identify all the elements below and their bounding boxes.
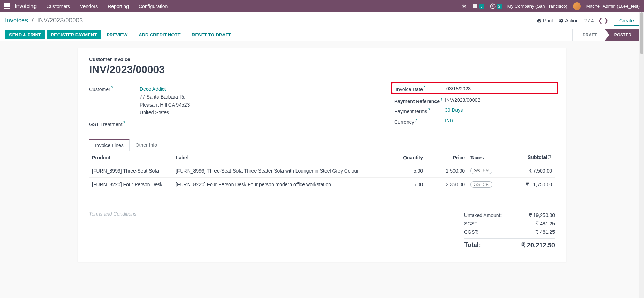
status-draft[interactable]: DRAFT [572,29,605,41]
activities-icon[interactable]: 2 [490,3,502,9]
cgst-value: ₹ 481.25 [535,229,555,235]
print-icon [537,18,542,23]
breadcrumb-root[interactable]: Invoices [5,17,28,24]
preview-button[interactable]: PREVIEW [102,30,132,39]
fields-left: Customer? Deco Addict 77 Santa Barbara R… [89,85,394,130]
scrollbar-track[interactable] [639,12,644,269]
table-row[interactable]: [FURN_8220] Four Person Desk[FURN_8220] … [89,178,555,191]
doc-title: INV/2023/00003 [89,64,555,75]
svg-point-1 [549,155,549,156]
print-button[interactable]: Print [537,18,553,23]
fields-right: Invoice Date? 03/18/2023 Payment Referen… [394,85,555,130]
messages-icon[interactable]: 5 [472,3,484,9]
terms-input[interactable]: Terms and Conditions [89,211,464,250]
send-print-button[interactable]: SEND & PRINT [5,30,45,39]
payment-terms-value[interactable]: 30 Days [445,107,463,113]
cell-price[interactable]: 2,350.00 [426,178,468,191]
control-bar: Invoices / INV/2023/00003 Print Action 2… [0,12,644,29]
create-button[interactable]: Create [614,16,639,26]
reset-draft-button[interactable]: RESET TO DRAFT [188,30,235,39]
pager-text[interactable]: 2 / 4 [584,18,594,23]
menu-vendors[interactable]: Vendors [80,3,98,9]
user-menu[interactable]: Mitchell Admin (16ee_test) [586,3,640,9]
footer: Terms and Conditions Untaxed Amount:₹ 19… [89,211,555,250]
columns-options-icon[interactable] [547,154,552,160]
customer-label: Customer? [89,85,140,92]
invoice-date-label: Invoice Date? [396,85,446,92]
col-price: Price [426,151,468,164]
cell-qty[interactable]: 5.00 [387,164,426,178]
payref-label: Payment Reference? [394,97,445,104]
cell-subtotal: ₹ 11,750.00 [499,178,555,191]
cell-tax[interactable]: GST 5% [468,164,499,178]
fields-grid: Customer? Deco Addict 77 Santa Barbara R… [89,85,555,130]
table-row[interactable]: [FURN_8999] Three-Seat Sofa[FURN_8999] T… [89,164,555,178]
menu-customers[interactable]: Customers [46,3,70,9]
untaxed-value: ₹ 19,250.00 [529,212,555,218]
payment-terms-label: Payment terms? [394,107,445,114]
invoice-date-highlight: Invoice Date? 03/18/2023 [391,82,558,94]
action-button[interactable]: Action [559,18,579,23]
breadcrumb-sep: / [32,17,34,24]
scrollbar-thumb[interactable] [640,12,643,54]
sgst-label: SGST: [464,221,478,226]
status-bar: DRAFT POSTED [572,29,639,41]
apps-icon[interactable] [4,3,10,9]
breadcrumb: Invoices / INV/2023/00003 [5,17,83,24]
totals: Untaxed Amount:₹ 19,250.00 SGST:₹ 481.25… [464,211,555,250]
cell-subtotal: ₹ 7,500.00 [499,164,555,178]
cell-product[interactable]: [FURN_8999] Three-Seat Sofa [89,164,173,178]
col-quantity: Quantity [387,151,426,164]
form-sheet: Customer Invoice INV/2023/00003 Customer… [78,48,566,262]
currency-label: Currency? [394,118,445,125]
register-payment-button[interactable]: REGISTER PAYMENT [47,30,101,39]
app-name[interactable]: Invoicing [15,3,37,9]
pager-prev-icon[interactable]: ❮ [598,17,602,24]
total-value: ₹ 20,212.50 [521,241,555,249]
pager-next-icon[interactable]: ❯ [604,17,608,24]
top-nav: Invoicing Customers Vendors Reporting Co… [0,0,644,12]
gear-icon [559,18,564,23]
sgst-value: ₹ 481.25 [535,221,555,226]
action-bar: SEND & PRINT REGISTER PAYMENT PREVIEW AD… [0,29,644,41]
currency-value[interactable]: INR [445,118,453,123]
add-credit-note-button[interactable]: ADD CREDIT NOTE [134,30,185,39]
invoice-date-value[interactable]: 03/18/2023 [446,86,471,92]
main-menu: Customers Vendors Reporting Configuratio… [46,3,168,9]
tab-invoice-lines[interactable]: Invoice Lines [89,139,130,151]
cgst-label: CGST: [464,229,478,235]
cell-tax[interactable]: GST 5% [468,178,499,191]
payref-value[interactable]: INV/2023/00003 [445,97,480,103]
col-product: Product [89,151,173,164]
status-posted[interactable]: POSTED [605,29,639,41]
customer-value[interactable]: Deco Addict 77 Santa Barbara Rd Pleasant… [140,85,190,117]
avatar[interactable] [573,2,581,10]
customer-link[interactable]: Deco Addict [140,86,166,92]
company-selector[interactable]: My Company (San Francisco) [507,3,568,9]
svg-point-2 [550,157,551,157]
breadcrumb-current: INV/2023/00003 [37,17,83,24]
messages-badge: 5 [479,4,484,9]
col-label: Label [173,151,387,164]
tabs: Invoice Lines Other Info [89,139,555,151]
tab-other-info[interactable]: Other Info [130,139,163,151]
menu-reporting[interactable]: Reporting [108,3,129,9]
gst-label: GST Treatment? [89,120,140,127]
bug-icon[interactable]: ✱ [462,3,466,9]
cell-label[interactable]: [FURN_8999] Three-Seat Sofa Three Seater… [173,164,387,178]
activities-badge: 2 [497,4,502,9]
controlbar-right: Print Action 2 / 4 ❮ ❯ Create [537,16,639,26]
cell-product[interactable]: [FURN_8220] Four Person Desk [89,178,173,191]
total-label: Total: [464,241,481,249]
col-subtotal: Subtotal [499,151,555,164]
svg-point-3 [549,158,549,159]
menu-configuration[interactable]: Configuration [139,3,168,9]
cell-price[interactable]: 1,500.00 [426,164,468,178]
col-taxes: Taxes [468,151,499,164]
cell-label[interactable]: [FURN_8220] Four Person Desk Four person… [173,178,387,191]
untaxed-label: Untaxed Amount: [464,212,502,218]
pager: 2 / 4 ❮ ❯ [584,17,608,24]
cell-qty[interactable]: 5.00 [387,178,426,191]
doc-title-label: Customer Invoice [89,57,555,62]
topnav-right: ✱ 5 2 My Company (San Francisco) Mitchel… [462,2,640,10]
